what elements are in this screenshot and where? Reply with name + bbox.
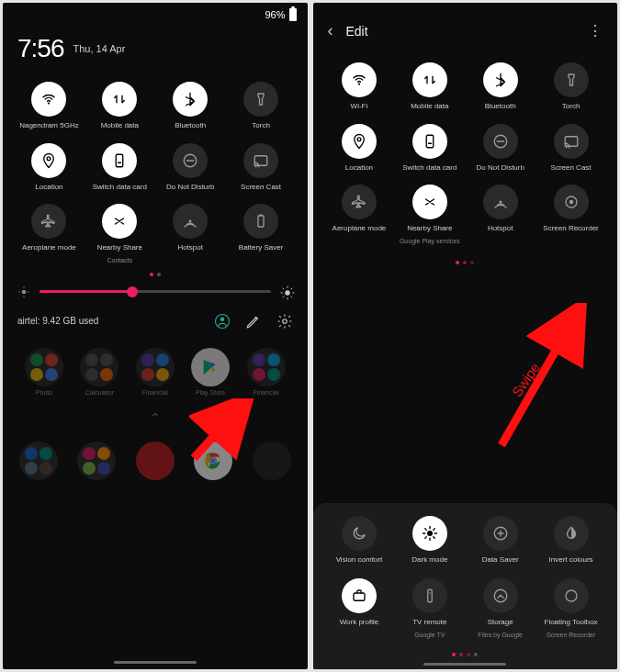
dock-app[interactable] — [77, 442, 116, 480]
data-icon[interactable] — [102, 82, 137, 117]
bluetooth-icon[interactable] — [173, 82, 208, 117]
dark-icon[interactable] — [412, 516, 447, 551]
tile-location[interactable]: Location — [14, 143, 85, 192]
user-profile-icon[interactable] — [214, 313, 231, 330]
svg-line-20 — [290, 297, 291, 297]
moon-icon[interactable] — [342, 516, 377, 551]
tile-airplane[interactable]: Aeroplane mode — [324, 185, 395, 244]
tile-label: Screen Cast — [241, 183, 281, 192]
location-icon[interactable] — [342, 124, 377, 159]
tile-dark[interactable]: Dark mode — [394, 516, 465, 565]
location-icon[interactable] — [31, 143, 66, 178]
brightness-slider[interactable] — [39, 290, 271, 293]
storage-icon[interactable] — [483, 578, 518, 613]
tile-bluetooth[interactable]: Bluetooth — [155, 82, 226, 130]
app-photo[interactable]: Photo — [19, 348, 69, 396]
tile-sim[interactable]: Switch data card — [394, 124, 465, 173]
tile-nearby[interactable]: Nearby ShareContacts — [85, 204, 155, 263]
sim-icon[interactable] — [412, 124, 447, 159]
dock-app[interactable] — [19, 442, 58, 480]
app-financial[interactable]: Financial — [130, 348, 180, 396]
cast-icon[interactable] — [554, 124, 589, 159]
remote-icon[interactable] — [412, 578, 447, 613]
tile-dnd[interactable]: Do Not Disturb — [155, 143, 226, 192]
tile-moon[interactable]: Vision comfort — [324, 516, 395, 565]
tile-circle[interactable]: Floating ToolboxScreen Recorder — [535, 578, 606, 638]
dock-app[interactable] — [253, 442, 291, 480]
tile-label: Do Not Disturb — [166, 183, 214, 192]
tile-remote[interactable]: TV remoteGoogle TV — [394, 578, 465, 638]
app-drawer-chevron-icon[interactable]: ⌃ — [19, 401, 291, 442]
tile-work[interactable]: Work profile — [324, 578, 395, 638]
wifi-icon[interactable] — [342, 62, 377, 97]
tile-hotspot[interactable]: Hotspot — [155, 204, 226, 263]
datasaver-icon[interactable] — [483, 516, 518, 551]
tile-wifi[interactable]: Wi-Fi — [324, 62, 395, 111]
tile-cast[interactable]: Screen Cast — [226, 143, 297, 192]
app-icon[interactable] — [25, 348, 63, 386]
navigation-pill[interactable] — [423, 663, 506, 666]
data-icon[interactable] — [412, 62, 447, 97]
tile-torch[interactable]: Torch — [535, 62, 606, 111]
app-play-store[interactable]: Play Store — [186, 348, 235, 396]
wifi-icon[interactable] — [31, 82, 66, 117]
bluetooth-icon[interactable] — [483, 62, 518, 97]
hotspot-icon[interactable] — [483, 185, 518, 219]
svg-line-22 — [290, 288, 291, 289]
tile-bluetooth[interactable]: Bluetooth — [465, 62, 535, 111]
tile-torch[interactable]: Torch — [226, 82, 297, 130]
airplane-icon[interactable] — [31, 204, 66, 239]
app-icon[interactable] — [80, 348, 118, 386]
invert-icon[interactable] — [554, 516, 589, 551]
tile-invert[interactable]: Invert colours — [535, 516, 606, 565]
tile-cast[interactable]: Screen Cast — [535, 124, 606, 173]
tile-data[interactable]: Mobile data — [394, 62, 465, 111]
app-icon[interactable] — [247, 348, 286, 386]
tile-dnd[interactable]: Do Not Disturb — [465, 124, 535, 173]
torch-icon[interactable] — [554, 62, 589, 97]
nearby-icon[interactable] — [102, 204, 137, 239]
battery-saver-icon[interactable] — [243, 204, 278, 239]
svg-line-19 — [282, 288, 283, 289]
settings-gear-icon[interactable] — [276, 313, 293, 330]
tile-label: Floating Toolbox — [545, 618, 598, 627]
tile-location[interactable]: Location — [324, 124, 395, 173]
app-calculator[interactable]: Calculator — [74, 348, 124, 396]
dnd-icon[interactable] — [173, 143, 208, 178]
tile-label: Nagendram 5GHz — [19, 121, 78, 130]
work-icon[interactable] — [342, 578, 377, 613]
tile-storage[interactable]: StorageFiles by Google — [465, 578, 535, 638]
airplane-icon[interactable] — [342, 185, 377, 219]
more-menu-icon[interactable]: ⋮ — [588, 22, 603, 39]
tile-airplane[interactable]: Aeroplane mode — [14, 204, 85, 263]
svg-point-29 — [211, 459, 215, 463]
dnd-icon[interactable] — [483, 124, 518, 159]
app-icon[interactable] — [191, 348, 230, 386]
dock-app[interactable] — [194, 442, 232, 480]
tile-wifi[interactable]: Nagendram 5GHz — [14, 82, 85, 130]
cast-icon[interactable] — [243, 143, 278, 178]
app-financial[interactable]: Financial — [242, 348, 291, 396]
navigation-pill[interactable] — [114, 661, 197, 664]
tile-record[interactable]: Screen Recorder — [535, 185, 606, 244]
torch-icon[interactable] — [243, 82, 278, 117]
tile-nearby[interactable]: Nearby ShareGoogle Play services — [394, 185, 465, 244]
tile-hotspot[interactable]: Hotspot — [465, 185, 535, 244]
page-indicator — [3, 263, 308, 282]
clock-row: 7:56 Thu, 14 Apr — [3, 27, 308, 74]
record-icon[interactable] — [554, 185, 589, 219]
tile-data[interactable]: Mobile data — [85, 82, 155, 130]
tile-datasaver[interactable]: Data Saver — [465, 516, 535, 565]
hotspot-icon[interactable] — [173, 204, 208, 239]
circle-icon[interactable] — [554, 578, 589, 613]
tile-sim[interactable]: Switch data card — [85, 143, 155, 192]
sim-icon[interactable] — [102, 143, 137, 178]
nearby-icon[interactable] — [412, 185, 447, 219]
data-usage-text[interactable]: airtel: 9.42 GB used — [17, 316, 98, 326]
back-icon[interactable]: ‹ — [328, 21, 333, 40]
app-icon[interactable] — [136, 348, 175, 386]
tile-battery-saver[interactable]: Battery Saver — [226, 204, 297, 263]
edit-pencil-icon[interactable] — [245, 313, 262, 330]
tile-label: Dark mode — [411, 555, 447, 565]
dock-app[interactable] — [136, 442, 175, 480]
